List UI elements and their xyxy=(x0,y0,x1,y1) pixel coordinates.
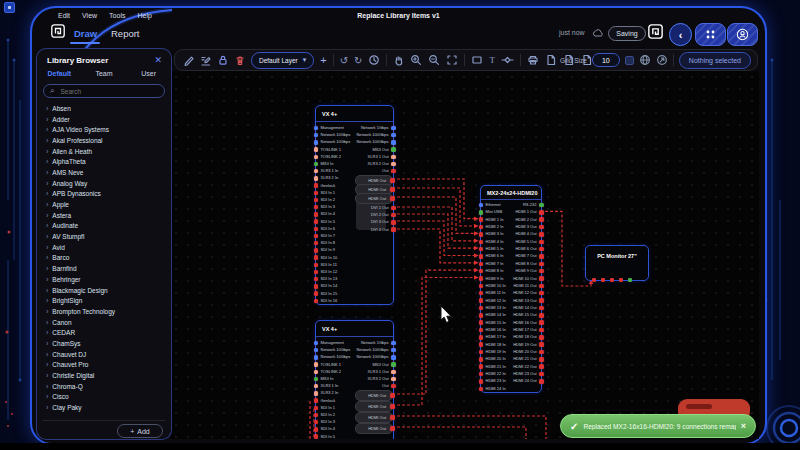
device-monitor[interactable]: PC Monitor 27" xyxy=(585,245,649,281)
collapse-panel-button[interactable]: ‹ xyxy=(669,23,692,46)
export-document-icon[interactable] xyxy=(545,54,557,66)
port-sdi-in-16[interactable]: SDI In 16 xyxy=(316,298,393,304)
fit-view-icon[interactable] xyxy=(446,54,458,66)
library-item[interactable]: ›BrightSign xyxy=(37,295,171,306)
library-item[interactable]: ›APB Dynasonics xyxy=(37,189,171,200)
add-shape-icon[interactable]: + xyxy=(320,55,326,66)
port-midi-out[interactable]: MIDI Out xyxy=(316,147,393,153)
taskbar-app-icon[interactable] xyxy=(4,2,15,13)
library-item[interactable]: ›AlphaTheta xyxy=(37,156,171,167)
port-xlr3-1-out[interactable]: XLR3 1 Out xyxy=(316,369,393,375)
menu-edit[interactable]: Edit xyxy=(58,10,70,22)
library-item[interactable]: ›Analog Way xyxy=(37,178,171,189)
port-hdmi-6-out[interactable]: HDMI 6 Out xyxy=(481,246,541,252)
port-dvi-1-out[interactable]: DVI 1 Out xyxy=(316,205,393,211)
port-midi-out[interactable]: MIDI Out xyxy=(316,362,393,368)
port-sdi-in-8[interactable]: SDI In 8 xyxy=(316,240,393,246)
library-tab-user[interactable]: User xyxy=(126,70,171,77)
lock-icon[interactable] xyxy=(217,54,228,66)
port-dot[interactable] xyxy=(601,278,605,282)
port-dot[interactable] xyxy=(628,278,632,282)
grid-color-swatch[interactable] xyxy=(625,56,634,65)
port-network-100gbps[interactable]: Network 100Gbps xyxy=(316,347,393,353)
port-sdi-in-13[interactable]: SDI In 13 xyxy=(316,276,393,282)
port-sdi-in-12[interactable]: SDI In 12 xyxy=(316,269,393,275)
port-sdi-in-7[interactable]: SDI In 7 xyxy=(316,233,393,239)
library-item[interactable]: ›Christie Digital xyxy=(37,370,171,381)
port-dot[interactable] xyxy=(592,278,596,282)
library-item[interactable]: ›AJA Video Systems xyxy=(37,124,171,135)
text-tool-icon[interactable]: T xyxy=(489,55,495,66)
port-dot[interactable] xyxy=(610,278,614,282)
zoom-in-icon[interactable] xyxy=(410,54,422,66)
port-network-100gbps[interactable]: Network 100Gbps xyxy=(316,139,393,145)
port-hdmi-15-out[interactable]: HDMI 15 Out xyxy=(481,312,541,318)
globe-view-icon[interactable] xyxy=(639,54,651,66)
redo-icon[interactable]: ↻ xyxy=(354,55,362,66)
delete-icon[interactable] xyxy=(234,54,245,66)
draw-tool-icon[interactable] xyxy=(183,54,194,66)
tab-draw[interactable]: Draw xyxy=(74,28,97,39)
apps-grid-button[interactable] xyxy=(695,23,726,46)
brand-logo-icon[interactable] xyxy=(648,24,662,38)
port-hdmi-17-out[interactable]: HDMI 17 Out xyxy=(481,327,541,333)
library-search[interactable]: ⌕ xyxy=(43,84,165,98)
add-library-item-button[interactable]: + Add xyxy=(117,424,163,438)
port-hdmi-18-out[interactable]: HDMI 18 Out xyxy=(481,334,541,340)
port-rs-232[interactable]: RS-232 xyxy=(481,202,541,208)
library-item[interactable]: ›Akai Professional xyxy=(37,135,171,146)
port-hdmi-19-out[interactable]: HDMI 19 Out xyxy=(481,342,541,348)
port-hdmi-11-out[interactable]: HDMI 11 Out xyxy=(481,283,541,289)
device-vx-bottom[interactable]: VX 4+ManagementNetwork 10GbpsNetwork 10G… xyxy=(315,320,394,439)
wire[interactable] xyxy=(392,270,478,394)
library-item[interactable]: ›Cisco xyxy=(37,392,171,403)
port-sdi-in-14[interactable]: SDI In 14 xyxy=(316,283,393,289)
library-item[interactable]: ›Audinate xyxy=(37,221,171,232)
port-sdi-in-9[interactable]: SDI In 9 xyxy=(316,247,393,253)
port-pill-hdmi-out[interactable]: HDMI Out xyxy=(355,423,393,434)
port-hdmi-2-out[interactable]: HDMI 2 Out xyxy=(481,217,541,223)
port-sdi-in-15[interactable]: SDI In 15 xyxy=(316,291,393,297)
wire[interactable] xyxy=(392,197,478,233)
library-item[interactable]: ›Chauvet Pro xyxy=(37,360,171,371)
library-tab-team[interactable]: Team xyxy=(82,70,127,77)
port-hdmi-13-out[interactable]: HDMI 13 Out xyxy=(481,298,541,304)
port-hdmi-1-out[interactable]: HDMI 1 Out xyxy=(481,209,541,215)
device-matrix[interactable]: MX2-24x24-HDMI20EthernetMini USBHDMI 1 I… xyxy=(480,185,542,393)
port-dvi-2-out[interactable]: DVI 2 Out xyxy=(316,212,393,218)
port-hdmi-3-out[interactable]: HDMI 3 Out xyxy=(481,224,541,230)
layer-dropdown[interactable]: Default Layer ▾ xyxy=(251,52,314,69)
port-xlr3-2-out[interactable]: XLR3 2 Out xyxy=(316,161,393,167)
library-item[interactable]: ›Clay Paky xyxy=(37,402,171,413)
port-hdmi-24-in[interactable]: HDMI 24 In xyxy=(481,386,541,392)
port-dot[interactable] xyxy=(619,278,623,282)
library-item[interactable]: ›Barnfind xyxy=(37,263,171,274)
edit-label-icon[interactable] xyxy=(200,54,211,66)
port-xlr3-1-out[interactable]: XLR3 1 Out xyxy=(316,154,393,160)
port-network-100gbps[interactable]: Network 100Gbps xyxy=(316,354,393,360)
schematic-canvas[interactable]: VX 4+ManagementNetwork 10GbpsNetwork 10G… xyxy=(170,71,759,439)
menu-view[interactable]: View xyxy=(82,10,97,22)
port-network-1gbps[interactable]: Network 1Gbps xyxy=(316,125,393,131)
port-pill-hdmi-out[interactable]: HDMI Out xyxy=(355,401,393,412)
library-item[interactable]: ›AMS Neve xyxy=(37,167,171,178)
port-hdmi-7-out[interactable]: HDMI 7 Out xyxy=(481,253,541,259)
library-item[interactable]: ›Avid xyxy=(37,242,171,253)
undo-icon[interactable]: ↺ xyxy=(340,55,348,66)
port-pill-hdmi-out[interactable]: HDMI Out xyxy=(355,390,393,401)
port-hdmi-16-out[interactable]: HDMI 16 Out xyxy=(481,320,541,326)
close-icon[interactable]: ✕ xyxy=(154,55,162,65)
port-hdmi-4-out[interactable]: HDMI 4 Out xyxy=(481,231,541,237)
pan-hand-icon[interactable] xyxy=(393,54,404,66)
library-tab-default[interactable]: Default xyxy=(37,70,82,77)
menu-help[interactable]: Help xyxy=(137,10,151,22)
port-xlr3-2-out[interactable]: XLR3 2 Out xyxy=(316,376,393,382)
port-pill-hdmi-out[interactable]: HDMI Out xyxy=(355,193,393,204)
port-sdi-in-5[interactable]: SDI In 5 xyxy=(316,434,393,439)
library-item[interactable]: ›Brompton Technology xyxy=(37,306,171,317)
port-hdmi-12-out[interactable]: HDMI 12 Out xyxy=(481,290,541,296)
port-pill-hdmi-out[interactable]: HDMI Out xyxy=(355,412,393,423)
print-icon[interactable] xyxy=(527,54,539,66)
library-item[interactable]: ›Allen & Heath xyxy=(37,146,171,157)
zoom-out-icon[interactable] xyxy=(428,54,440,66)
